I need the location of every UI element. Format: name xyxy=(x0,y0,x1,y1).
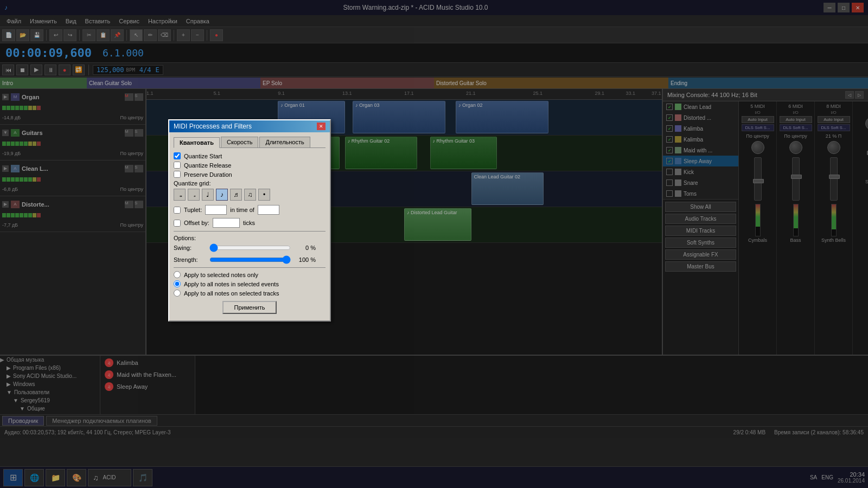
note-grid: 𝅝 𝅗 ♩ ♪ ♬ ♫ • xyxy=(174,189,326,201)
offset-label: Offset by: xyxy=(184,220,209,226)
apply-button[interactable]: Применить xyxy=(222,301,277,314)
quantize-start-label: Quantize Start xyxy=(184,153,222,159)
radio-selected-notes-input[interactable] xyxy=(174,271,181,278)
modal-divider1 xyxy=(174,231,326,232)
radio-selected-notes: Apply to selected notes only xyxy=(174,271,326,278)
modal-dialog: MIDI Processes and Filters ✕ Квантовать … xyxy=(168,119,331,322)
quantize-start-checkbox[interactable] xyxy=(174,152,181,159)
strength-value: 100 % xyxy=(294,256,316,263)
modal-title: MIDI Processes and Filters xyxy=(174,123,252,130)
quantize-start-row: Quantize Start xyxy=(174,152,326,159)
quantize-release-row: Quantize Release xyxy=(174,162,326,169)
quantize-grid-label: Quantize grid: xyxy=(174,180,326,187)
modal-tab-velocity[interactable]: Скорость xyxy=(221,137,259,147)
note-btn-32nd[interactable]: ♫ xyxy=(244,189,256,201)
preserve-duration-checkbox[interactable] xyxy=(174,171,181,178)
note-btn-quarter[interactable]: ♩ xyxy=(202,189,214,201)
modal-body: Квантовать Скорость Длительность Quantiz… xyxy=(169,132,330,320)
radio-all-selected-tracks-input[interactable] xyxy=(174,290,181,297)
offset-input[interactable] xyxy=(213,218,240,228)
in-time-input[interactable] xyxy=(258,205,279,215)
strength-label: Strength: xyxy=(174,256,206,263)
note-btn-whole[interactable]: 𝅝 xyxy=(174,189,186,201)
tuplet-input[interactable] xyxy=(205,205,227,215)
strength-row: Strength: 100 % xyxy=(174,255,326,264)
quantize-release-label: Quantize Release xyxy=(184,162,231,169)
note-btn-eighth[interactable]: ♪ xyxy=(216,189,228,201)
radio-all-selected-events-input[interactable] xyxy=(174,280,181,287)
modal-close-button[interactable]: ✕ xyxy=(317,123,326,130)
in-time-label: in time of xyxy=(230,207,254,213)
note-btn-64th[interactable]: • xyxy=(258,189,270,201)
ticks-label: ticks xyxy=(243,220,255,226)
swing-row: Swing: 0 % xyxy=(174,243,326,252)
radio-selected-notes-label: Apply to selected notes only xyxy=(184,272,258,278)
swing-slider[interactable] xyxy=(209,243,291,252)
tuplet-row: Tuplet: in time of xyxy=(174,205,326,215)
radio-all-selected-tracks: Apply to all notes on selected tracks xyxy=(174,290,326,297)
offset-checkbox[interactable] xyxy=(174,220,181,227)
modal-tab-duration[interactable]: Длительность xyxy=(259,137,310,147)
radio-all-selected-events-label: Apply to all notes in selected events xyxy=(184,281,279,287)
modal-tab-quantize[interactable]: Квантовать xyxy=(174,137,220,148)
tuplet-checkbox[interactable] xyxy=(174,207,181,214)
modal-divider2 xyxy=(174,267,326,268)
modal-titlebar: MIDI Processes and Filters ✕ xyxy=(169,120,330,132)
radio-all-selected-tracks-label: Apply to all notes on selected tracks xyxy=(184,290,279,297)
tuplet-label: Tuplet: xyxy=(184,207,202,213)
swing-value: 0 % xyxy=(294,245,316,251)
note-btn-half[interactable]: 𝅗 xyxy=(188,189,200,201)
modal-tabs: Квантовать Скорость Длительность xyxy=(174,137,326,148)
preserve-duration-row: Preserve Duration xyxy=(174,171,326,178)
modal-overlay: MIDI Processes and Filters ✕ Квантовать … xyxy=(0,0,868,488)
preserve-duration-label: Preserve Duration xyxy=(184,171,232,178)
offset-row: Offset by: ticks xyxy=(174,218,326,228)
radio-all-selected-events: Apply to all notes in selected events xyxy=(174,280,326,287)
swing-label: Swing: xyxy=(174,245,206,251)
note-btn-sixteenth[interactable]: ♬ xyxy=(230,189,242,201)
quantize-release-checkbox[interactable] xyxy=(174,162,181,169)
options-label: Options: xyxy=(174,235,326,241)
strength-slider[interactable] xyxy=(209,255,291,264)
